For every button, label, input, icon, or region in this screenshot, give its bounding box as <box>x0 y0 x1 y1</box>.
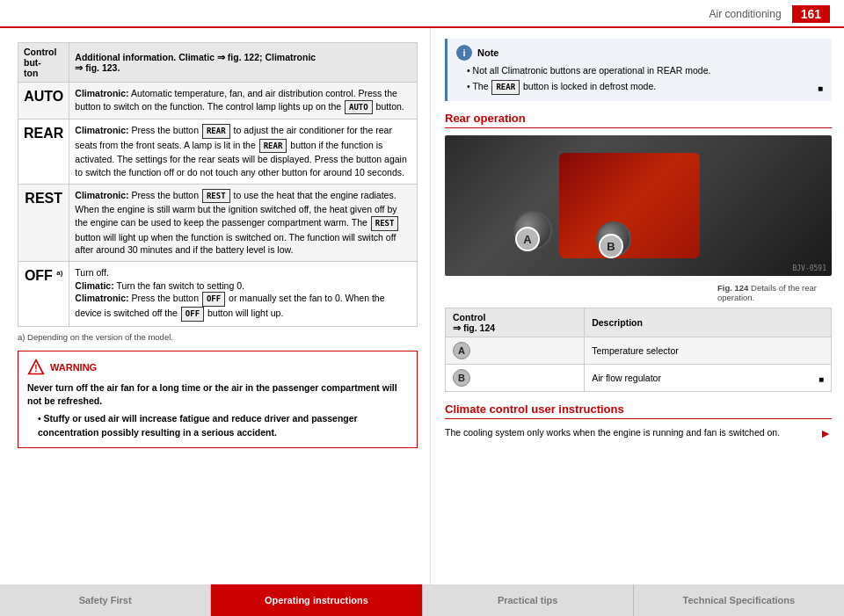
main-content: Control but-ton Additional information. … <box>0 28 844 584</box>
rear-ctrl-b: B <box>446 365 585 392</box>
desc-auto: Climatronic: Automatic temperature, fan,… <box>69 83 418 120</box>
rear-image: A B BJV-0591 <box>445 135 832 276</box>
rear-col-desc: Description <box>585 308 832 337</box>
page-header: Air conditioning 161 <box>0 0 844 28</box>
desc-rear: Climatronic: Press the button REAR to ad… <box>69 120 418 185</box>
fig-caption: Fig. 124 Details of the rear operation. <box>717 283 832 302</box>
footer-practical[interactable]: Practical tips <box>423 584 634 616</box>
svg-text:!: ! <box>34 364 37 373</box>
page-title: Air conditioning <box>709 8 782 20</box>
btn-rear: REAR <box>18 120 69 185</box>
btn-rest: REST <box>18 184 69 261</box>
right-column: i Note • Not all Climatronic buttons are… <box>431 28 844 584</box>
page-number: 161 <box>792 5 830 23</box>
warning-title: WARNING <box>50 362 97 373</box>
desc-off: Turn off. Climatic: Turn the fan switch … <box>69 262 418 327</box>
warning-header: ! WARNING <box>27 359 408 376</box>
rear-ctrl-a: A <box>446 337 585 365</box>
footer-safety[interactable]: Safety First <box>0 584 211 616</box>
footer: Safety First Operating instructions Prac… <box>0 584 844 616</box>
desc-rest: Climatronic: Press the button REST to us… <box>69 184 418 261</box>
note-header: i Note <box>456 45 823 61</box>
note-bullet-1: • Not all Climatronic buttons are operat… <box>467 64 823 78</box>
warning-box: ! WARNING Never turn off the air fan for… <box>18 351 418 448</box>
table-row: OFF a) Turn off. Climatic: Turn the fan … <box>18 262 418 327</box>
warning-icon: ! <box>27 359 45 376</box>
table-row: REAR Climatronic: Press the button REAR … <box>18 120 418 185</box>
note-bullet-2: • The REAR button is locked in defrost m… <box>467 80 823 96</box>
btn-auto: AUTO <box>18 83 69 120</box>
col-header-desc: Additional information. Climatic ⇒ fig. … <box>69 43 418 83</box>
rear-control-table: Control⇒ fig. 124 Description A Temperat… <box>445 308 832 392</box>
footnote: a) Depending on the version of the model… <box>18 332 418 342</box>
rear-desc-a: Temperature selector <box>585 337 832 365</box>
rear-desc-b: Air flow regulator ■ <box>585 365 832 392</box>
table-row: B Air flow regulator ■ <box>446 365 832 392</box>
col-header-btn: Control but-ton <box>18 43 69 83</box>
note-box: i Note • Not all Climatronic buttons are… <box>445 39 832 101</box>
btn-off: OFF a) <box>18 262 69 327</box>
left-column: Control but-ton Additional information. … <box>0 28 431 584</box>
next-arrow-icon: ► <box>819 424 832 443</box>
rear-col-control: Control⇒ fig. 124 <box>446 308 585 337</box>
table-row: REST Climatronic: Press the button REST … <box>18 184 418 261</box>
note-icon: i <box>456 45 472 61</box>
footer-operating[interactable]: Operating instructions <box>211 584 422 616</box>
rear-image-container: A B BJV-0591 Fig. 124 Details of the rea… <box>445 135 832 276</box>
climate-header: Climate control user instructions <box>445 402 832 419</box>
footer-technical[interactable]: Technical Specifications <box>634 584 844 616</box>
warning-main-text: Never turn off the air fan for a long ti… <box>27 381 408 440</box>
warning-bullet: • Stuffy or used air will increase fatig… <box>38 412 408 440</box>
table-row: A Temperature selector <box>446 337 832 365</box>
climate-section: Climate control user instructions The co… <box>445 402 832 440</box>
note-title: Note <box>477 47 498 58</box>
rear-operation-header: Rear operation <box>445 112 832 128</box>
climate-text: The cooling system only works when the e… <box>445 426 832 440</box>
control-table: Control but-ton Additional information. … <box>18 42 418 327</box>
table-row: AUTO Climatronic: Automatic temperature,… <box>18 83 418 120</box>
